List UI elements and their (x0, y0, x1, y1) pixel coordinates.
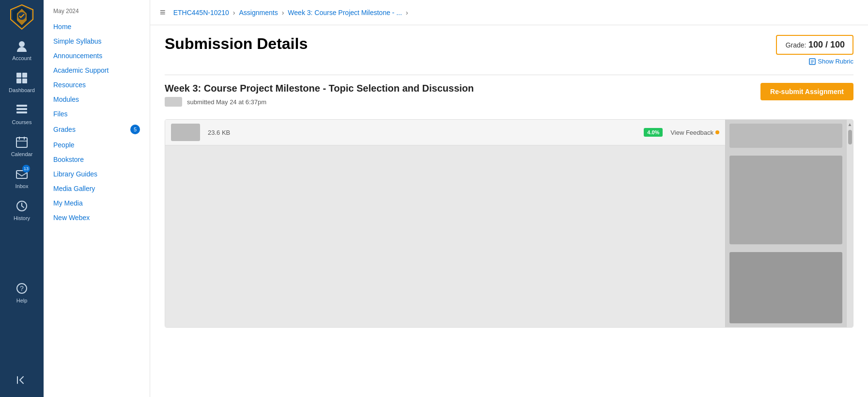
account-label: Account (12, 55, 31, 61)
page-content: Submission Details Grade: 100 / 100 Show… (150, 25, 868, 397)
thumbnail-2[interactable] (729, 156, 842, 244)
nav-dashboard[interactable]: Dashboard (0, 66, 44, 98)
dashboard-icon (15, 71, 29, 85)
svg-rect-6 (16, 79, 21, 83)
course-nav-people[interactable]: People (44, 138, 150, 152)
assignment-section: Week 3: Course Project Milestone - Topic… (165, 83, 853, 114)
feedback-dot (715, 130, 719, 134)
view-feedback-btn[interactable]: View Feedback (670, 129, 719, 136)
scroll-thumb[interactable] (848, 130, 852, 144)
file-size: 23.6 KB (208, 129, 636, 136)
course-nav-grades[interactable]: Grades 5 (44, 121, 150, 138)
grades-badge: 5 (130, 125, 140, 134)
collapse-icon (15, 373, 29, 387)
resubmit-button[interactable]: Re-submit Assignment (760, 83, 853, 100)
file-icon (171, 124, 200, 141)
grades-label: Grades (53, 126, 76, 133)
breadcrumb-milestone[interactable]: Week 3: Course Project Milestone - ... (288, 9, 402, 16)
course-nav-home[interactable]: Home (44, 19, 150, 34)
file-scrollbar[interactable]: ▲ (846, 120, 853, 327)
grade-area: Grade: 100 / 100 Show Rubric (776, 35, 853, 65)
file-toolbar: 23.6 KB 4.0% View Feedback (165, 120, 725, 145)
course-nav-media-gallery[interactable]: Media Gallery (44, 181, 150, 196)
file-preview-main: 23.6 KB 4.0% View Feedback (165, 120, 725, 327)
course-nav-academic-support[interactable]: Academic Support (44, 63, 150, 78)
breadcrumb-course[interactable]: ETHC445N-10210 (173, 9, 229, 16)
show-rubric-label: Show Rubric (818, 58, 853, 65)
course-nav: May 2024 Home Simple Syllabus Announceme… (44, 0, 150, 397)
course-nav-modules[interactable]: Modules (44, 92, 150, 107)
svg-rect-4 (16, 73, 21, 78)
inbox-badge: 13 (22, 165, 30, 173)
calendar-icon (15, 135, 29, 149)
courses-icon (15, 103, 29, 117)
submitted-text: submitted May 24 at 6:37pm (187, 98, 266, 106)
course-nav-simple-syllabus[interactable]: Simple Syllabus (44, 34, 150, 48)
file-content-preview (165, 145, 725, 327)
breadcrumb-sep-3: › (406, 9, 408, 16)
nav-history[interactable]: History (0, 194, 44, 226)
breadcrumb-assignments[interactable]: Assignments (239, 9, 278, 16)
thumbnail-1[interactable] (729, 124, 842, 148)
thumbnail-3[interactable] (729, 252, 842, 323)
assignment-title: Week 3: Course Project Milestone - Topic… (165, 83, 474, 94)
submission-info: submitted May 24 at 6:37pm (165, 97, 474, 107)
svg-rect-7 (22, 79, 27, 83)
svg-point-3 (19, 41, 25, 47)
logo[interactable] (0, 0, 44, 34)
main-content: ≡ ETHC445N-10210 › Assignments › Week 3:… (150, 0, 868, 397)
svg-text:?: ? (20, 285, 24, 292)
course-nav-files[interactable]: Files (44, 107, 150, 121)
breadcrumb-menu-btn[interactable]: ≡ (160, 7, 166, 18)
rubric-icon (809, 58, 816, 65)
page-title: Submission Details (165, 35, 308, 53)
nav-help[interactable]: ? Help (0, 276, 44, 308)
course-nav-resources[interactable]: Resources (44, 78, 150, 92)
breadcrumb-sep-1: › (233, 9, 235, 16)
nav-courses[interactable]: Courses (0, 98, 44, 130)
submission-header: Submission Details Grade: 100 / 100 Show… (165, 35, 853, 65)
svg-rect-8 (16, 105, 27, 107)
help-icon: ? (15, 281, 29, 296)
svg-rect-10 (16, 111, 27, 113)
collapse-nav-btn[interactable] (0, 368, 44, 392)
course-date: May 2024 (44, 5, 150, 19)
course-nav-announcements[interactable]: Announcements (44, 48, 150, 63)
calendar-label: Calendar (11, 151, 33, 157)
history-icon (15, 199, 29, 213)
scroll-up-arrow[interactable]: ▲ (847, 121, 853, 128)
nav-calendar[interactable]: Calendar (0, 130, 44, 162)
section-divider (165, 75, 853, 75)
user-avatar (165, 97, 182, 107)
course-nav-library-guides[interactable]: Library Guides (44, 167, 150, 181)
global-nav: Account Dashboard Courses (0, 0, 44, 397)
grade-box: Grade: 100 / 100 (776, 35, 853, 55)
grade-label: Grade: (786, 41, 806, 49)
file-sidebar-thumbnails (725, 120, 846, 327)
file-submission-area: 23.6 KB 4.0% View Feedback ▲ (165, 119, 853, 328)
inbox-label: Inbox (16, 183, 29, 189)
turnitin-score: 4.0% (644, 128, 663, 137)
view-feedback-label: View Feedback (670, 129, 713, 136)
history-label: History (14, 215, 30, 221)
dashboard-label: Dashboard (9, 87, 35, 93)
svg-rect-5 (22, 73, 27, 78)
nav-account[interactable]: Account (0, 34, 44, 66)
help-label: Help (16, 298, 28, 303)
svg-rect-9 (16, 108, 27, 110)
course-nav-new-webex[interactable]: New Webex (44, 210, 150, 225)
grade-value: 100 / 100 (808, 40, 845, 49)
courses-label: Courses (12, 119, 32, 125)
breadcrumb-sep-2: › (282, 9, 284, 16)
assignment-info: Week 3: Course Project Milestone - Topic… (165, 83, 474, 114)
svg-rect-11 (16, 138, 27, 147)
course-nav-bookstore[interactable]: Bookstore (44, 152, 150, 167)
show-rubric-btn[interactable]: Show Rubric (776, 58, 853, 65)
nav-inbox[interactable]: 13 Inbox (0, 162, 44, 194)
inbox-icon: 13 (15, 167, 29, 181)
breadcrumb-bar: ≡ ETHC445N-10210 › Assignments › Week 3:… (150, 0, 868, 25)
account-icon (15, 39, 29, 53)
course-nav-my-media[interactable]: My Media (44, 196, 150, 210)
